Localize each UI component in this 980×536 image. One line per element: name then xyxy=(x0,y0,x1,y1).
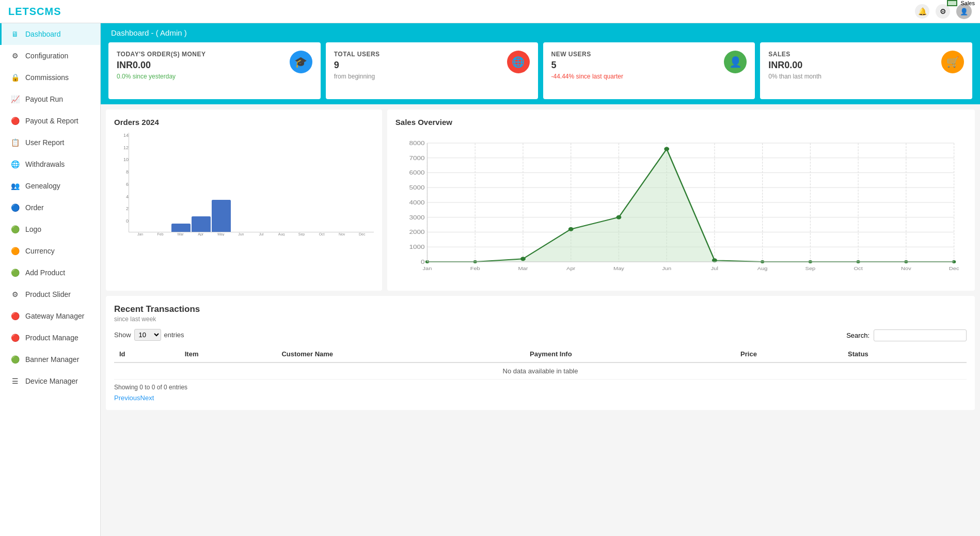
stat-value: INR0.00 xyxy=(768,60,964,71)
payout-report-icon: 🔴 xyxy=(10,116,20,126)
svg-text:Aug: Aug xyxy=(757,266,768,271)
sidebar-item-banner-manager[interactable]: 🟢 Banner Manager xyxy=(0,349,100,370)
logo-icon: 🟢 xyxy=(10,224,20,234)
svg-text:May: May xyxy=(613,266,625,271)
github-icon[interactable]: ⚙ xyxy=(936,4,950,19)
svg-text:6000: 6000 xyxy=(409,170,424,176)
sidebar-item-product-manage[interactable]: 🔴 Product Manage xyxy=(0,327,100,349)
sidebar-item-dashboard[interactable]: 🖥 Dashboard xyxy=(0,23,100,45)
sidebar-item-order[interactable]: 🔵 Order xyxy=(0,197,100,218)
table-column-header: Id xyxy=(114,346,180,362)
search-row: Search: xyxy=(846,329,967,341)
sidebar-item-product-slider[interactable]: ⚙ Product Slider xyxy=(0,283,100,305)
svg-text:Oct: Oct xyxy=(853,266,862,271)
stat-icon: 👤 xyxy=(724,51,747,73)
sidebar-item-currency[interactable]: 🟠 Currency xyxy=(0,240,100,262)
orders-chart-card: Orders 2024 14 12 10 8 6 4 2 0 xyxy=(106,109,382,291)
sales-chart-area: 010002000300040005000600070008000JanFebM… xyxy=(396,133,967,282)
bar-group xyxy=(272,133,291,232)
sidebar-label-configuration: Configuration xyxy=(25,52,68,60)
sidebar-item-logo[interactable]: 🟢 Logo xyxy=(0,218,100,240)
bar-group xyxy=(212,133,231,232)
table-footer: Showing 0 to 0 of 0 entries Previous Nex… xyxy=(114,384,967,402)
entries-select[interactable]: 10 25 50 100 xyxy=(134,329,161,341)
notifications-icon[interactable]: 🔔 xyxy=(915,4,929,19)
table-body: No data available in table xyxy=(114,362,967,380)
bar-label: Jun xyxy=(231,232,250,236)
bar-label: Aug xyxy=(272,232,291,236)
sidebar-item-gateway-manager[interactable]: 🔴 Gateway Manager xyxy=(0,305,100,327)
no-data-cell: No data available in table xyxy=(114,362,967,380)
sidebar-label-product-manage: Product Manage xyxy=(25,334,78,342)
transactions-title: Recent Transactions xyxy=(114,304,967,314)
stat-icon: 🛒 xyxy=(941,51,964,73)
stat-value: 9 xyxy=(334,60,530,71)
sidebar-item-configuration[interactable]: ⚙ Configuration xyxy=(0,45,100,67)
sidebar-item-payout-run[interactable]: 📈 Payout Run xyxy=(0,88,100,110)
svg-point-47 xyxy=(664,147,669,151)
sidebar-label-dashboard: Dashboard xyxy=(25,30,61,38)
product-slider-icon: ⚙ xyxy=(10,289,20,299)
bar-group xyxy=(171,133,191,232)
bar-label: Feb xyxy=(151,232,170,236)
bar-label: Mar xyxy=(171,232,190,236)
table-header: IdItemCustomer NamePayment InfoPriceStat… xyxy=(114,346,967,362)
configuration-icon: ⚙ xyxy=(10,51,20,61)
svg-text:3000: 3000 xyxy=(409,214,424,220)
sales-chart-title: Sales Overview xyxy=(396,118,452,127)
bar-label: May xyxy=(211,232,230,236)
sidebar-item-device-manager[interactable]: ☰ Device Manager xyxy=(0,370,100,392)
bar-group xyxy=(232,133,251,232)
payout-run-icon: 📈 xyxy=(10,94,20,104)
app-layout: 🖥 Dashboard ⚙ Configuration 🔒 Commission… xyxy=(0,23,980,536)
sidebar-item-add-product[interactable]: 🟢 Add Product xyxy=(0,262,100,283)
commissions-icon: 🔒 xyxy=(10,72,20,83)
sidebar-label-order: Order xyxy=(25,203,44,212)
sidebar-label-currency: Currency xyxy=(25,247,55,255)
bar-group xyxy=(312,133,331,232)
sidebar-item-user-report[interactable]: 📋 User Report xyxy=(0,132,100,153)
search-input[interactable] xyxy=(874,329,967,341)
svg-text:Jul: Jul xyxy=(711,266,718,271)
stat-card-today-s-order-s--money: TODAY'S ORDER(S) MONEY INR0.00 0.0% sinc… xyxy=(108,42,321,99)
svg-text:Jan: Jan xyxy=(422,266,432,271)
stat-card-total-users: TOTAL USERS 9 from beginning 🌐 xyxy=(326,42,538,99)
table-column-header: Status xyxy=(843,346,967,362)
bar-labels-row: JanFebMarAprMayJunJulAugSepOctNovDec xyxy=(129,232,374,236)
y-label: 14 xyxy=(123,133,129,138)
svg-text:Jun: Jun xyxy=(662,266,671,271)
stat-sub: 0.0% since yesterday xyxy=(117,73,312,80)
stat-value: INR0.00 xyxy=(117,60,312,71)
sidebar-label-user-report: User Report xyxy=(25,138,64,147)
stat-card-new-users: NEW USERS 5 -44.44% since last quarter 👤 xyxy=(543,42,755,99)
sidebar-label-banner-manager: Banner Manager xyxy=(25,355,79,364)
brand-logo[interactable]: LETSCMS xyxy=(8,6,61,18)
svg-text:5000: 5000 xyxy=(409,184,424,191)
entries-label: entries xyxy=(164,331,184,339)
svg-text:0: 0 xyxy=(421,259,425,265)
gateway-manager-icon: 🔴 xyxy=(10,311,20,321)
bar-group xyxy=(353,133,372,232)
stat-sub: from beginning xyxy=(334,73,530,80)
bar-group xyxy=(151,133,170,232)
bar-group xyxy=(192,133,211,232)
banner-manager-icon: 🟢 xyxy=(10,354,20,365)
stat-icon: 🎓 xyxy=(290,51,312,73)
stat-title: TOTAL USERS xyxy=(334,51,530,58)
bar-label: Sep xyxy=(292,232,311,236)
table-column-header: Payment Info xyxy=(525,346,735,362)
svg-point-45 xyxy=(568,227,574,231)
stats-row: TODAY'S ORDER(S) MONEY INR0.00 0.0% sinc… xyxy=(101,42,980,104)
main-header: Dashboard - ( Admin ) xyxy=(101,23,980,42)
sidebar-item-genealogy[interactable]: 👥 Genealogy xyxy=(0,175,100,197)
sidebar-item-payout-report[interactable]: 🔴 Payout & Report xyxy=(0,110,100,132)
bar-group xyxy=(252,133,271,232)
sidebar-label-payout-report: Payout & Report xyxy=(25,117,78,125)
sidebar-item-withdrawals[interactable]: 🌐 Withdrawals xyxy=(0,153,100,175)
next-link[interactable]: Next xyxy=(140,394,154,402)
prev-link[interactable]: Previous xyxy=(114,394,140,402)
svg-text:Feb: Feb xyxy=(470,266,480,271)
bar-group xyxy=(131,133,150,232)
svg-text:7000: 7000 xyxy=(409,155,424,161)
sidebar-item-commissions[interactable]: 🔒 Commissions xyxy=(0,67,100,88)
